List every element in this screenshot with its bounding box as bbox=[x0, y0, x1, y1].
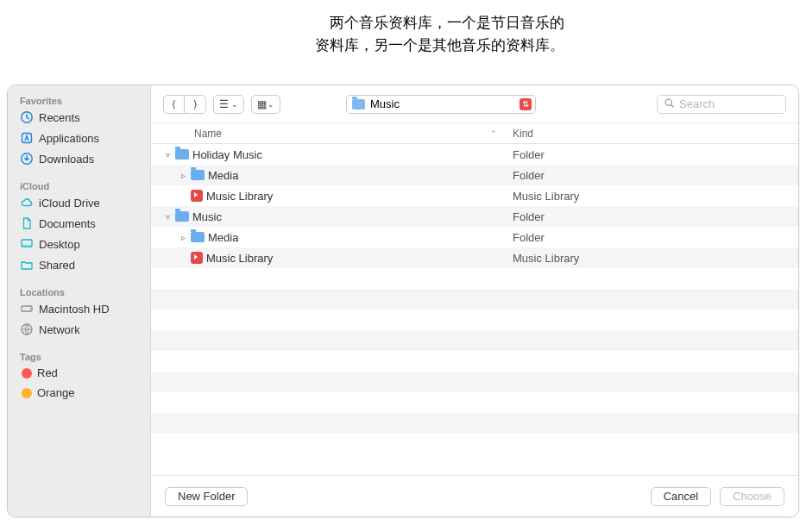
new-folder-button[interactable]: New Folder bbox=[165, 487, 248, 506]
sidebar-item-shared[interactable]: Shared bbox=[8, 254, 150, 275]
shared-folder-icon bbox=[20, 258, 34, 272]
sort-ascending-icon: ⌃ bbox=[490, 129, 497, 138]
view-list-button[interactable]: ☰ ⌄ bbox=[213, 95, 244, 114]
music-library-icon bbox=[191, 190, 203, 202]
disclosure-triangle-icon[interactable]: ▹ bbox=[179, 233, 187, 242]
disclosure-triangle-icon[interactable]: ▿ bbox=[163, 150, 172, 160]
cancel-button[interactable]: Cancel bbox=[651, 487, 711, 506]
file-list: ▿Holiday MusicFolder▹MediaFolderMusic Li… bbox=[151, 144, 798, 475]
sidebar-tag-orange[interactable]: Orange bbox=[8, 383, 150, 403]
annotation-callout: 两个音乐资料库，一个是节日音乐的 资料库，另一个是其他音乐的资料库。 bbox=[0, 12, 564, 56]
clock-icon bbox=[20, 110, 34, 124]
sidebar-item-desktop[interactable]: Desktop bbox=[8, 234, 150, 254]
sidebar-item-applications[interactable]: Applications bbox=[8, 128, 150, 148]
sidebar-item-label: Desktop bbox=[39, 238, 80, 251]
empty-row bbox=[151, 392, 798, 413]
file-name: Media bbox=[208, 169, 238, 182]
sidebar-header-locations: Locations bbox=[8, 284, 150, 298]
list-icon: ☰ bbox=[219, 98, 229, 110]
column-header-kind[interactable]: Kind bbox=[506, 128, 786, 140]
group-by-button[interactable]: ▦ ⌄ bbox=[251, 95, 280, 114]
dialog-footer: New Folder Cancel Choose bbox=[151, 475, 798, 516]
main-panel: ⟨ ⟩ ☰ ⌄ ▦ ⌄ Music ⇅ N bbox=[151, 85, 798, 516]
sidebar-item-label: iCloud Drive bbox=[39, 197, 100, 210]
sidebar-item-label: Recents bbox=[39, 111, 80, 124]
desktop-icon bbox=[20, 237, 34, 251]
empty-row bbox=[151, 330, 798, 351]
folder-icon bbox=[191, 170, 205, 180]
column-header-name[interactable]: Name ⌃ bbox=[163, 128, 506, 140]
chevron-right-icon[interactable]: ⟩ bbox=[185, 96, 205, 113]
sidebar-item-downloads[interactable]: Downloads bbox=[8, 148, 150, 169]
nav-back-forward[interactable]: ⟨ ⟩ bbox=[163, 95, 206, 114]
file-row[interactable]: ▿Holiday MusicFolder bbox=[151, 144, 798, 165]
sidebar-tag-red[interactable]: Red bbox=[8, 363, 150, 383]
annotation-line2: 资料库，另一个是其他音乐的资料库。 bbox=[0, 34, 564, 57]
sidebar-item-label: Macintosh HD bbox=[39, 303, 110, 316]
file-name: Music Library bbox=[206, 252, 273, 265]
file-kind: Folder bbox=[506, 210, 786, 223]
folder-icon bbox=[175, 211, 189, 222]
folder-icon bbox=[352, 99, 365, 110]
empty-row bbox=[151, 268, 798, 289]
tag-dot-icon bbox=[22, 388, 32, 398]
empty-row bbox=[151, 434, 798, 454]
empty-row bbox=[151, 289, 798, 310]
chevron-down-icon: ⌄ bbox=[231, 100, 238, 109]
dropdown-arrows-icon: ⇅ bbox=[519, 98, 532, 110]
folder-icon bbox=[191, 232, 205, 242]
grid-icon: ▦ bbox=[257, 98, 265, 110]
empty-row bbox=[151, 351, 798, 372]
sidebar-item-recents[interactable]: Recents bbox=[8, 107, 150, 128]
sidebar-item-network[interactable]: Network bbox=[8, 319, 150, 340]
file-row[interactable]: Music LibraryMusic Library bbox=[151, 247, 798, 268]
path-selector[interactable]: Music ⇅ bbox=[346, 95, 536, 114]
file-name: Music bbox=[192, 210, 222, 223]
chevron-down-icon: ⌄ bbox=[268, 100, 274, 109]
column-headers: Name ⌃ Kind bbox=[151, 123, 798, 144]
path-label: Music bbox=[370, 97, 400, 110]
file-row[interactable]: ▹MediaFolder bbox=[151, 227, 798, 247]
file-kind: Folder bbox=[506, 148, 786, 161]
disclosure-triangle-icon[interactable]: ▹ bbox=[179, 171, 187, 180]
sidebar: Favorites Recents Applications Downloads… bbox=[8, 85, 151, 516]
folder-icon bbox=[175, 149, 189, 160]
file-kind: Music Library bbox=[506, 252, 786, 265]
sidebar-item-label: Documents bbox=[39, 217, 96, 230]
music-library-icon bbox=[191, 252, 203, 264]
sidebar-item-icloud-drive[interactable]: iCloud Drive bbox=[8, 192, 150, 213]
file-name: Holiday Music bbox=[192, 148, 262, 161]
disclosure-triangle-icon[interactable]: ▿ bbox=[163, 212, 172, 222]
svg-point-6 bbox=[29, 308, 31, 310]
toolbar: ⟨ ⟩ ☰ ⌄ ▦ ⌄ Music ⇅ bbox=[151, 85, 798, 123]
download-icon bbox=[20, 152, 34, 166]
sidebar-item-label: Applications bbox=[39, 132, 99, 145]
file-kind: Folder bbox=[506, 231, 786, 244]
sidebar-item-label: Network bbox=[39, 323, 80, 336]
sidebar-header-tags: Tags bbox=[8, 348, 150, 363]
choose-button[interactable]: Choose bbox=[720, 487, 784, 506]
annotation-line1: 两个音乐资料库，一个是节日音乐的 bbox=[0, 12, 564, 34]
disk-icon bbox=[20, 302, 34, 316]
sidebar-item-macintosh-hd[interactable]: Macintosh HD bbox=[8, 298, 150, 319]
file-kind: Music Library bbox=[506, 190, 786, 203]
search-field[interactable] bbox=[657, 95, 786, 114]
file-row[interactable]: Music LibraryMusic Library bbox=[151, 185, 798, 206]
search-icon bbox=[664, 97, 675, 111]
empty-row bbox=[151, 310, 798, 330]
sidebar-item-label: Downloads bbox=[39, 153, 94, 166]
sidebar-item-documents[interactable]: Documents bbox=[8, 213, 150, 234]
sidebar-header-icloud: iCloud bbox=[8, 178, 150, 192]
empty-row bbox=[151, 372, 798, 392]
sidebar-item-label: Red bbox=[37, 366, 58, 379]
file-name: Music Library bbox=[206, 190, 273, 203]
file-row[interactable]: ▹MediaFolder bbox=[151, 165, 798, 185]
sidebar-item-label: Shared bbox=[39, 259, 75, 272]
file-row[interactable]: ▿MusicFolder bbox=[151, 206, 798, 227]
document-icon bbox=[20, 216, 34, 230]
file-name: Media bbox=[208, 231, 238, 244]
search-input[interactable] bbox=[679, 97, 779, 110]
file-kind: Folder bbox=[506, 169, 786, 182]
chevron-left-icon[interactable]: ⟨ bbox=[164, 96, 185, 113]
sidebar-item-label: Orange bbox=[37, 386, 74, 399]
